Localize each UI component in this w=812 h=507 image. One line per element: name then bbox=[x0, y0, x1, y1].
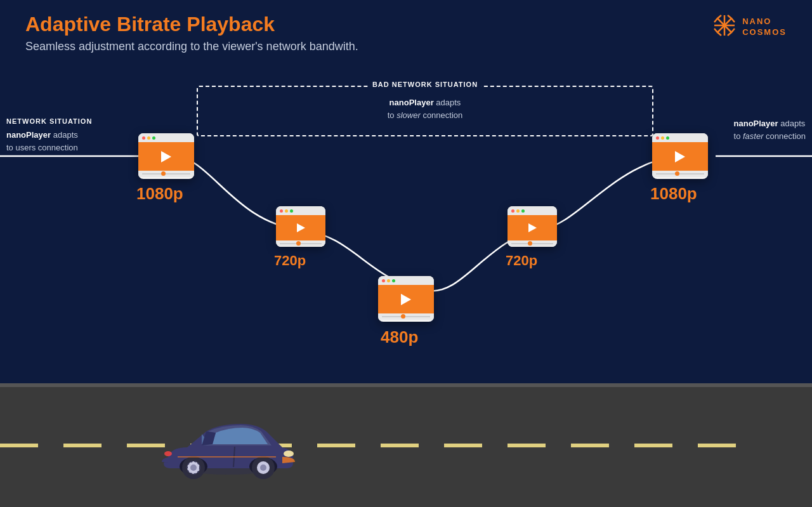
dot-yellow-3 bbox=[387, 279, 390, 282]
road-dash bbox=[634, 444, 672, 447]
seekbar-dot-4 bbox=[528, 241, 532, 246]
dot-yellow-5 bbox=[661, 136, 664, 140]
seekbar-line-4 bbox=[511, 243, 553, 244]
road bbox=[0, 383, 812, 507]
logo: nano COSMOS bbox=[712, 13, 787, 42]
road-dash bbox=[571, 444, 609, 447]
network-situation-label: NETWORK SITUATION bbox=[6, 117, 92, 125]
player-card-1080p-right bbox=[652, 133, 708, 179]
logo-line2: COSMOS bbox=[742, 27, 787, 37]
bad-network-label: BAD NETWORK SITUATION bbox=[369, 81, 481, 88]
play-icon-5 bbox=[675, 151, 685, 162]
play-icon-4 bbox=[528, 223, 537, 232]
bad-network-box: BAD NETWORK SITUATION nanoPlayer adapts … bbox=[197, 86, 653, 136]
page-title: Adaptive Bitrate Playback bbox=[25, 13, 787, 36]
card-seekbar-5 bbox=[652, 171, 708, 177]
card-screen-5 bbox=[652, 142, 708, 171]
play-icon-1 bbox=[161, 151, 171, 162]
header: Adaptive Bitrate Playback Seamless adjus… bbox=[25, 13, 787, 53]
left-adapt-strong: nanoPlayer bbox=[6, 130, 51, 140]
quality-label-1080p-right: 1080p bbox=[650, 184, 697, 204]
page-subtitle: Seamless adjustment according to the vie… bbox=[25, 40, 787, 53]
seekbar-dot-2 bbox=[296, 241, 301, 246]
road-dash bbox=[444, 444, 482, 447]
player-card-1080p-left bbox=[138, 133, 194, 179]
dot-green-2 bbox=[290, 209, 293, 213]
svg-point-16 bbox=[260, 464, 266, 471]
card-screen-2 bbox=[276, 215, 325, 240]
dot-red-4 bbox=[511, 209, 514, 213]
card-topbar-3 bbox=[378, 276, 434, 285]
dot-green-4 bbox=[521, 209, 525, 213]
diagram: NETWORK SITUATION nanoPlayer adapts to u… bbox=[0, 82, 812, 383]
road-dash bbox=[0, 444, 38, 447]
left-adapt-line2: to users connection bbox=[6, 143, 78, 152]
card-topbar-5 bbox=[652, 133, 708, 142]
play-icon-3 bbox=[401, 294, 411, 305]
card-seekbar-1 bbox=[138, 171, 194, 177]
player-card-720p-right bbox=[508, 206, 557, 247]
seekbar-line-3 bbox=[382, 316, 430, 317]
card-topbar-1 bbox=[138, 133, 194, 142]
seekbar-dot-5 bbox=[675, 171, 679, 176]
card-topbar-2 bbox=[276, 206, 325, 215]
seekbar-dot-3 bbox=[401, 314, 405, 319]
seekbar-line-2 bbox=[280, 243, 322, 244]
card-screen-3 bbox=[378, 285, 434, 313]
dot-red-5 bbox=[656, 136, 659, 140]
road-dash bbox=[508, 444, 546, 447]
left-adapt-text: nanoPlayer adapts to users connection bbox=[6, 129, 92, 154]
logo-text: nano COSMOS bbox=[742, 16, 787, 38]
dot-green-1 bbox=[152, 136, 155, 140]
car bbox=[159, 412, 298, 485]
seekbar-line-5 bbox=[656, 173, 704, 174]
dot-red-2 bbox=[280, 209, 283, 213]
right-adapt-text: nanoPlayer adapts to faster connection bbox=[734, 117, 806, 142]
svg-point-17 bbox=[284, 451, 294, 457]
dot-green-5 bbox=[666, 136, 669, 140]
seekbar-dot-1 bbox=[161, 171, 166, 176]
dot-yellow-2 bbox=[285, 209, 288, 213]
svg-point-13 bbox=[190, 464, 197, 471]
dot-red-1 bbox=[142, 136, 145, 140]
card-screen-4 bbox=[508, 215, 557, 240]
quality-label-720p-right: 720p bbox=[506, 253, 537, 269]
card-seekbar-4 bbox=[508, 240, 557, 247]
logo-icon bbox=[712, 13, 737, 42]
right-annotation: nanoPlayer adapts to faster connection bbox=[734, 117, 806, 142]
logo-line1: nano bbox=[742, 16, 771, 26]
player-card-720p-left bbox=[276, 206, 325, 247]
dot-red-3 bbox=[382, 279, 385, 282]
dot-yellow-4 bbox=[516, 209, 520, 213]
left-annotation: NETWORK SITUATION nanoPlayer adapts to u… bbox=[6, 117, 92, 154]
road-dash bbox=[381, 444, 419, 447]
road-dash bbox=[63, 444, 102, 447]
road-top-line bbox=[0, 383, 812, 387]
road-dash bbox=[698, 444, 736, 447]
player-card-480p bbox=[378, 276, 434, 322]
bad-network-desc: nanoPlayer adapts to slower connection bbox=[388, 96, 463, 121]
seekbar-line-1 bbox=[142, 173, 190, 174]
road-dashes bbox=[0, 444, 812, 447]
card-topbar-4 bbox=[508, 206, 557, 215]
play-icon-2 bbox=[297, 223, 305, 232]
quality-label-1080p-left: 1080p bbox=[136, 184, 183, 204]
quality-label-720p-left: 720p bbox=[274, 253, 306, 269]
card-seekbar-2 bbox=[276, 240, 325, 247]
card-screen-1 bbox=[138, 142, 194, 171]
dot-yellow-1 bbox=[147, 136, 150, 140]
svg-point-18 bbox=[164, 451, 172, 456]
road-dash bbox=[317, 444, 355, 447]
card-seekbar-3 bbox=[378, 313, 434, 320]
quality-label-480p: 480p bbox=[381, 327, 418, 347]
dot-green-3 bbox=[392, 279, 395, 282]
